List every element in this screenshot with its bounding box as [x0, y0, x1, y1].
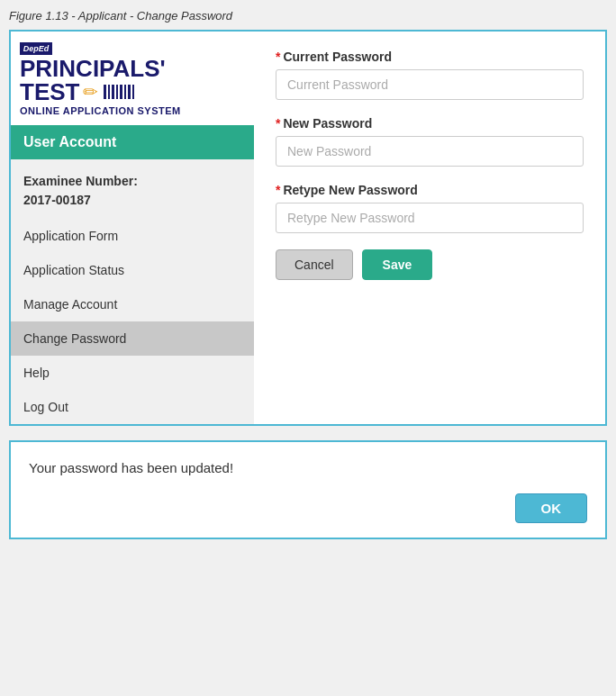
- deped-badge: DepEd: [20, 42, 52, 55]
- required-star: *: [276, 50, 280, 64]
- sidebar-item-help[interactable]: Help: [11, 356, 254, 390]
- sidebar-item-application-form[interactable]: Application Form: [11, 219, 254, 253]
- required-star-2: *: [276, 116, 280, 131]
- button-row: Cancel Save: [276, 249, 584, 280]
- sidebar-item-application-status[interactable]: Application Status: [11, 253, 254, 287]
- ok-button[interactable]: OK: [515, 493, 588, 523]
- main-content: *Current Password *New Password *Retype …: [254, 32, 605, 424]
- logo-principals: PRINCIPALS': [20, 57, 166, 80]
- vline-3: [112, 85, 114, 99]
- pencil-icon: ✏: [83, 81, 98, 103]
- vline-4: [116, 85, 119, 99]
- success-message: Your password has been updated!: [29, 460, 587, 475]
- save-button[interactable]: Save: [362, 249, 433, 280]
- vline-6: [124, 85, 127, 99]
- logo-test-text: TEST: [20, 80, 79, 104]
- retype-password-input[interactable]: [276, 203, 584, 233]
- current-password-label: *Current Password: [276, 50, 584, 64]
- new-password-input[interactable]: [276, 136, 584, 167]
- vline-1: [104, 85, 106, 99]
- ok-button-row: OK: [29, 493, 587, 523]
- current-password-group: *Current Password: [276, 50, 584, 100]
- sidebar-item-logout[interactable]: Log Out: [11, 390, 254, 424]
- sidebar-item-manage-account[interactable]: Manage Account: [11, 287, 254, 321]
- retype-password-label: *Retype New Password: [276, 183, 584, 197]
- sidebar-nav: Application Form Application Status Mana…: [11, 219, 254, 424]
- retype-password-group: *Retype New Password: [276, 183, 584, 233]
- main-container: DepEd PRINCIPALS' TEST ✏: [9, 30, 607, 426]
- examinee-label: Examinee Number:: [23, 174, 138, 188]
- logo-lines: [104, 85, 134, 99]
- examinee-info: Examinee Number: 2017-00187: [11, 159, 254, 219]
- figure-caption: Figure 1.13 - Applicant - Change Passwor…: [9, 9, 607, 23]
- cancel-button[interactable]: Cancel: [276, 249, 353, 280]
- new-password-label: *New Password: [276, 116, 584, 131]
- vline-2: [108, 85, 111, 99]
- sidebar-logo: DepEd PRINCIPALS' TEST ✏: [11, 32, 254, 125]
- success-box: Your password has been updated! OK: [9, 440, 607, 539]
- sidebar-item-change-password[interactable]: Change Password: [11, 321, 254, 356]
- vline-8: [132, 85, 135, 99]
- logo-online: ONLINE APPLICATION SYSTEM: [20, 105, 245, 116]
- examinee-number: 2017-00187: [23, 193, 91, 207]
- new-password-group: *New Password: [276, 116, 584, 167]
- required-star-3: *: [276, 183, 280, 197]
- vline-5: [120, 85, 122, 99]
- sidebar-user-account: User Account: [11, 125, 254, 159]
- vline-7: [128, 85, 131, 99]
- current-password-input[interactable]: [276, 69, 584, 100]
- sidebar: DepEd PRINCIPALS' TEST ✏: [11, 32, 254, 424]
